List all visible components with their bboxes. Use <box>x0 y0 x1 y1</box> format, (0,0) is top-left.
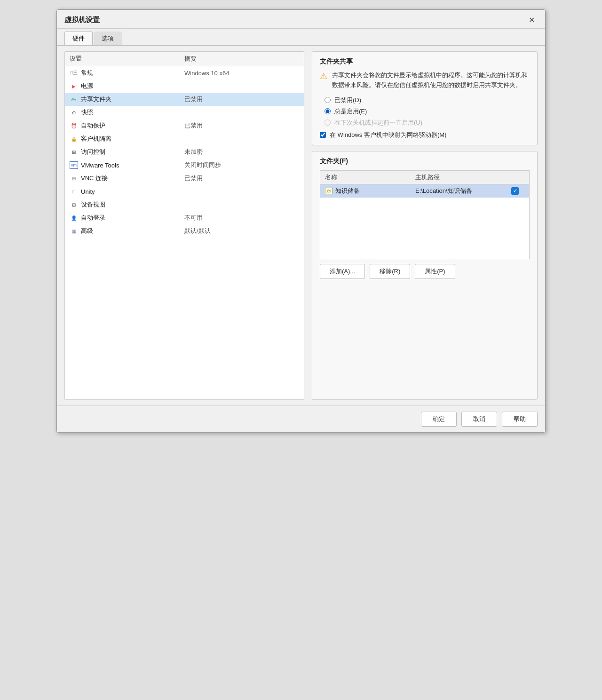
folder-row[interactable]: 🗁 知识储备 E:\Location\知识储备 ✓ <box>320 184 529 198</box>
add-folder-button[interactable]: 添加(A)... <box>320 264 365 279</box>
shared-folders-icon: 🗁 <box>70 95 78 103</box>
shared-folders-label: 共享文件夹 <box>81 95 111 103</box>
setting-row-vnc[interactable]: ⊞ VNC 连接 已禁用 <box>65 172 304 185</box>
close-button[interactable]: ✕ <box>526 15 538 25</box>
setting-row-unity[interactable]: □ Unity <box>65 185 304 198</box>
properties-button[interactable]: 属性(P) <box>415 264 455 279</box>
warning-row: ⚠ 共享文件夹会将您的文件显示给虚拟机中的程序。这可能为您的计算机和数据带来风险… <box>320 71 530 90</box>
unity-icon: □ <box>70 188 78 195</box>
remove-folder-button[interactable]: 移除(R) <box>370 264 410 279</box>
map-network-label: 在 Windows 客户机中映射为网络驱动器(M) <box>330 131 446 139</box>
vmware-tools-value: 关闭时间同步 <box>184 161 299 169</box>
advanced-label: 高级 <box>81 227 93 235</box>
autologin-icon: 👤 <box>70 214 78 222</box>
autoprotect-icon: ⏰ <box>70 122 78 129</box>
map-network-input[interactable] <box>320 132 326 138</box>
file-sharing-title: 文件夹共享 <box>320 57 530 66</box>
vmware-tools-label: VMware Tools <box>81 162 119 169</box>
setting-row-autologin[interactable]: 👤 自动登录 不可用 <box>65 211 304 224</box>
autologin-label: 自动登录 <box>81 214 105 222</box>
folder-enabled-check: ✓ <box>511 187 519 195</box>
radio-disabled-input[interactable] <box>325 97 331 103</box>
dialog-title: 虚拟机设置 <box>64 16 100 24</box>
tab-options[interactable]: 选项 <box>94 32 122 45</box>
setting-row-general[interactable]: □三 常规 Windows 10 x64 <box>65 66 304 80</box>
device-view-label: 设备视图 <box>81 200 105 209</box>
folder-item-icon: 🗁 <box>325 188 333 194</box>
setting-row-vmware-tools[interactable]: vm VMware Tools 关闭时间同步 <box>65 159 304 172</box>
setting-row-autoprotect[interactable]: ⏰ 自动保护 已禁用 <box>65 119 304 132</box>
folder-item-path: E:\Location\知识储备 <box>415 187 506 195</box>
setting-row-shared-folders[interactable]: 🗁 共享文件夹 已禁用 <box>65 93 304 106</box>
general-label: 常规 <box>81 69 93 77</box>
title-bar: 虚拟机设置 ✕ <box>57 10 545 29</box>
vm-settings-dialog: 虚拟机设置 ✕ 硬件 选项 设置 摘要 □三 常规 Windows 10 x64 <box>56 9 546 433</box>
autoprotect-value: 已禁用 <box>184 121 299 130</box>
advanced-value: 默认/默认 <box>184 227 299 235</box>
shared-folders-value: 已禁用 <box>184 95 299 103</box>
power-label: 电源 <box>81 82 93 90</box>
bottom-bar: 确定 取消 帮助 <box>57 406 545 432</box>
general-value: Windows 10 x64 <box>184 70 299 77</box>
unity-label: Unity <box>81 188 95 195</box>
folder-empty-area <box>320 198 529 259</box>
col-path: 主机路径 <box>415 173 506 182</box>
settings-list: 设置 摘要 □三 常规 Windows 10 x64 ▶ 电源 <box>64 51 304 400</box>
help-button[interactable]: 帮助 <box>502 412 538 427</box>
warning-icon: ⚠ <box>320 71 327 90</box>
guest-isolation-icon: 🔒 <box>70 135 78 143</box>
setting-row-guest-isolation[interactable]: 🔒 客户机隔离 <box>65 132 304 145</box>
vnc-value: 已禁用 <box>184 174 299 183</box>
folder-table: 名称 主机路径 🗁 知识储备 E:\Location\知识储备 ✓ <box>320 170 530 259</box>
map-network-drive-checkbox[interactable]: 在 Windows 客户机中映射为网络驱动器(M) <box>320 131 530 139</box>
setting-row-snapshot[interactable]: ⊙ 快照 <box>65 106 304 119</box>
general-icon: □三 <box>70 69 78 77</box>
folder-item-name: 知识储备 <box>335 187 360 195</box>
folder-section: 文件夹(F) 名称 主机路径 🗁 知识储备 E:\Location\知识储备 <box>312 151 538 400</box>
access-control-value: 未加密 <box>184 148 299 156</box>
autologin-value: 不可用 <box>184 214 299 222</box>
guest-isolation-label: 客户机隔离 <box>81 135 111 143</box>
warning-text: 共享文件夹会将您的文件显示给虚拟机中的程序。这可能为您的计算机和数据带来风险。请… <box>332 71 530 90</box>
col-setting: 设置 <box>70 55 184 63</box>
vmware-tools-icon: vm <box>70 161 78 169</box>
folder-button-row: 添加(A)... 移除(R) 属性(P) <box>320 264 530 279</box>
content-area: 设置 摘要 □三 常规 Windows 10 x64 ▶ 电源 <box>57 46 545 406</box>
setting-row-advanced[interactable]: ▦ 高级 默认/默认 <box>65 224 304 238</box>
col-name: 名称 <box>325 173 415 182</box>
device-view-icon: ⊟ <box>70 201 78 208</box>
setting-row-power[interactable]: ▶ 电源 <box>65 80 304 93</box>
autoprotect-label: 自动保护 <box>81 121 105 130</box>
folder-section-title: 文件夹(F) <box>320 157 530 166</box>
vnc-label: VNC 连接 <box>81 174 108 183</box>
radio-disabled[interactable]: 已禁用(D) <box>325 96 530 104</box>
tab-hardware[interactable]: 硬件 <box>64 32 93 45</box>
radio-disabled-label: 已禁用(D) <box>334 96 361 104</box>
radio-until-off[interactable]: 在下次关机或挂起前一直启用(U) <box>325 119 530 127</box>
cancel-button[interactable]: 取消 <box>461 412 497 427</box>
right-panel: 文件夹共享 ⚠ 共享文件夹会将您的文件显示给虚拟机中的程序。这可能为您的计算机和… <box>312 51 538 400</box>
snapshot-label: 快照 <box>81 108 93 117</box>
col-summary: 摘要 <box>184 55 299 63</box>
file-sharing-section: 文件夹共享 ⚠ 共享文件夹会将您的文件显示给虚拟机中的程序。这可能为您的计算机和… <box>312 51 538 145</box>
power-icon: ▶ <box>70 82 78 90</box>
radio-always-input[interactable] <box>325 108 331 114</box>
radio-until-off-input[interactable] <box>325 119 331 126</box>
folder-table-header: 名称 主机路径 <box>320 171 529 184</box>
advanced-icon: ▦ <box>70 227 78 235</box>
setting-row-access-control[interactable]: ⊞ 访问控制 未加密 <box>65 145 304 159</box>
radio-until-off-label: 在下次关机或挂起前一直启用(U) <box>334 119 422 127</box>
access-control-label: 访问控制 <box>81 148 105 156</box>
list-header: 设置 摘要 <box>65 52 304 66</box>
snapshot-icon: ⊙ <box>70 109 78 116</box>
radio-always-label: 总是启用(E) <box>334 107 367 116</box>
vnc-icon: ⊞ <box>70 175 78 182</box>
access-control-icon: ⊞ <box>70 148 78 156</box>
tab-bar: 硬件 选项 <box>57 29 545 46</box>
confirm-button[interactable]: 确定 <box>421 412 457 427</box>
radio-always[interactable]: 总是启用(E) <box>325 107 530 116</box>
setting-row-device-view[interactable]: ⊟ 设备视图 <box>65 198 304 211</box>
radio-group: 已禁用(D) 总是启用(E) 在下次关机或挂起前一直启用(U) <box>325 96 530 127</box>
